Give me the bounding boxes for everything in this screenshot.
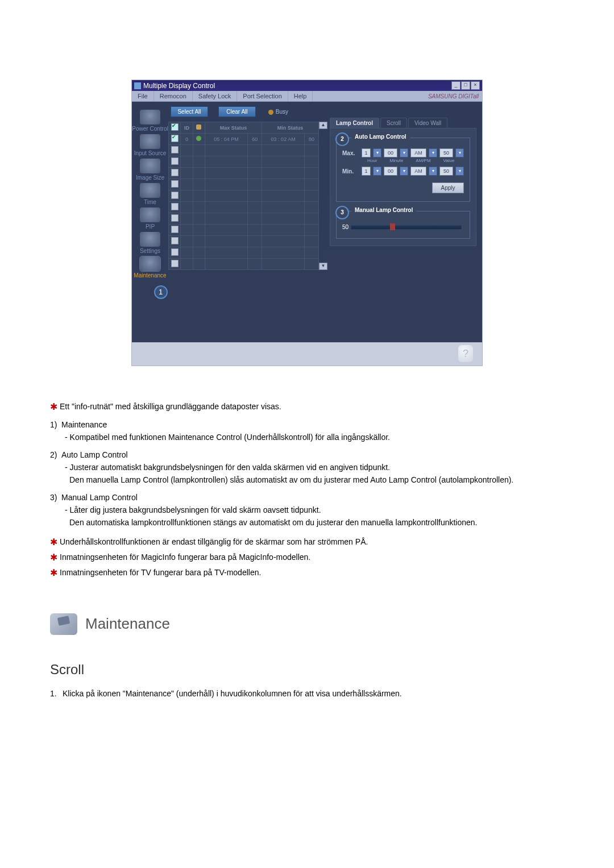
statusbar: ? bbox=[132, 342, 482, 366]
item-2-desc-a: - Justerar automatiskt bakgrundsbelysnin… bbox=[65, 462, 564, 473]
item-2-title: Auto Lamp Control bbox=[61, 450, 128, 459]
apply-button[interactable]: Apply bbox=[432, 182, 464, 193]
select-all-button[interactable]: Select All bbox=[171, 106, 208, 117]
max-minute-input[interactable]: 00 bbox=[384, 148, 397, 157]
cell-max-time: 05 : 04 PM bbox=[205, 134, 247, 145]
item-3-desc-b: Den automatiska lampkontrollfunktionen s… bbox=[69, 517, 564, 528]
document-body: ✱Ett "info-rutnät" med åtskilliga grundl… bbox=[50, 400, 564, 699]
row-checkbox[interactable] bbox=[171, 135, 179, 142]
bullet-star-icon: ✱ bbox=[50, 537, 57, 547]
scroll-subheader: Scroll bbox=[50, 660, 564, 680]
busy-indicator: Busy bbox=[268, 109, 288, 115]
menu-file[interactable]: File bbox=[132, 91, 154, 101]
manual-lamp-slider-row: 50 bbox=[342, 224, 464, 230]
table-row bbox=[169, 259, 319, 270]
max-value-input[interactable]: 50 bbox=[439, 148, 453, 157]
item-3-desc-a: - Låter dig justera bakgrundsbelysningen… bbox=[65, 504, 564, 516]
callout-2: 2 bbox=[335, 132, 349, 146]
cell-min-value: 80 bbox=[305, 134, 319, 145]
sidebar-item-maintenance[interactable]: Maintenance 1 bbox=[134, 256, 166, 279]
app-window: Multiple Display Control _ □ × File Remo… bbox=[131, 80, 483, 366]
dropdown-icon[interactable]: ▾ bbox=[455, 167, 464, 176]
table-row bbox=[169, 145, 319, 156]
app-icon bbox=[134, 82, 141, 89]
dropdown-icon[interactable]: ▾ bbox=[455, 148, 464, 157]
manual-lamp-title: Manual Lamp Control bbox=[351, 207, 416, 213]
sidebar: Power Control Input Source Image Size Ti… bbox=[132, 102, 168, 342]
dropdown-icon[interactable]: ▾ bbox=[373, 167, 381, 176]
tab-scroll[interactable]: Scroll bbox=[380, 118, 407, 128]
device-grid: ID Max Status Min Status 0 05 : 04 PM 60… bbox=[168, 122, 319, 270]
pip-icon bbox=[140, 207, 160, 222]
maintenance-icon bbox=[140, 256, 160, 271]
table-row bbox=[169, 156, 319, 168]
input-icon bbox=[140, 134, 160, 149]
table-row bbox=[169, 190, 319, 202]
table-row bbox=[169, 213, 319, 225]
min-ampm-select[interactable]: AM bbox=[410, 167, 426, 176]
min-minute-input[interactable]: 00 bbox=[384, 167, 397, 176]
clear-all-button[interactable]: Clear All bbox=[218, 106, 256, 117]
sidebar-item-input[interactable]: Input Source bbox=[134, 134, 167, 156]
cell-id: 0 bbox=[181, 134, 193, 145]
callout-1: 1 bbox=[154, 285, 168, 299]
auto-lamp-min-row: Min. 1 ▾ 00 ▾ AM ▾ 50 ▾ bbox=[342, 167, 464, 176]
auto-lamp-fieldset: 2 Auto Lamp Control Max. 1 ▾ 00 ▾ AM ▾ 5… bbox=[336, 138, 470, 202]
cell-min-time: 03 : 02 AM bbox=[262, 134, 305, 145]
min-label: Min. bbox=[342, 168, 359, 175]
settings-icon bbox=[140, 232, 160, 247]
min-value-input[interactable]: 50 bbox=[439, 167, 453, 176]
dropdown-icon[interactable]: ▾ bbox=[429, 148, 437, 157]
minimize-icon[interactable]: _ bbox=[451, 81, 460, 90]
table-row[interactable]: 0 05 : 04 PM 60 03 : 02 AM 80 bbox=[169, 134, 319, 145]
maintenance-section-title: Maintenance bbox=[85, 613, 170, 635]
dropdown-icon[interactable]: ▾ bbox=[400, 167, 408, 176]
table-row bbox=[169, 247, 319, 259]
manual-lamp-slider[interactable] bbox=[351, 225, 462, 230]
sidebar-item-settings[interactable]: Settings bbox=[140, 232, 160, 254]
slider-thumb[interactable] bbox=[390, 223, 395, 230]
col-status-icon bbox=[193, 122, 205, 134]
right-pane: Lamp Control Scroll Video Wall 2 Auto La… bbox=[326, 102, 482, 342]
sidebar-item-image[interactable]: Image Size bbox=[136, 159, 164, 181]
max-hour-input[interactable]: 1 bbox=[362, 148, 371, 157]
item-2-desc-b: Den manuella Lamp Control (lampkontrolle… bbox=[69, 474, 564, 485]
dropdown-icon[interactable]: ▾ bbox=[373, 148, 381, 157]
step-1: 1.Klicka på ikonen "Maintenance" (underh… bbox=[50, 688, 564, 699]
sidebar-item-power[interactable]: Power Control bbox=[132, 110, 168, 132]
manual-lamp-fieldset: 3 Manual Lamp Control 50 bbox=[336, 211, 470, 239]
menu-safety-lock[interactable]: Safety Lock bbox=[193, 91, 237, 101]
table-row bbox=[169, 179, 319, 190]
busy-icon bbox=[268, 110, 273, 115]
dropdown-icon[interactable]: ▾ bbox=[400, 148, 408, 157]
item-1-title: Maintenance bbox=[61, 420, 107, 429]
max-ampm-select[interactable]: AM bbox=[410, 148, 426, 157]
lamp-control-panel: 2 Auto Lamp Control Max. 1 ▾ 00 ▾ AM ▾ 5… bbox=[330, 128, 476, 246]
help-icon[interactable]: ? bbox=[458, 345, 473, 362]
tab-lamp-control[interactable]: Lamp Control bbox=[330, 118, 379, 128]
tab-video-wall[interactable]: Video Wall bbox=[408, 118, 447, 128]
status-dot-icon bbox=[196, 136, 201, 141]
close-icon[interactable]: × bbox=[471, 81, 480, 90]
item-3-title: Manual Lamp Control bbox=[61, 493, 138, 502]
max-label: Max. bbox=[342, 150, 359, 156]
table-row bbox=[169, 225, 319, 236]
sidebar-item-time[interactable]: Time bbox=[140, 183, 160, 205]
dropdown-icon[interactable]: ▾ bbox=[429, 167, 437, 176]
grid-scrollbar[interactable]: ▲ ▼ bbox=[319, 122, 326, 270]
col-check[interactable] bbox=[169, 122, 181, 134]
menu-help[interactable]: Help bbox=[288, 91, 313, 101]
menubar: File Remocon Safety Lock Port Selection … bbox=[132, 91, 482, 102]
auto-lamp-sublabels: HourMinuteAM/PMValue bbox=[367, 158, 464, 163]
menu-port-selection[interactable]: Port Selection bbox=[237, 91, 288, 101]
auto-lamp-max-row: Max. 1 ▾ 00 ▾ AM ▾ 50 ▾ bbox=[342, 148, 464, 157]
sidebar-item-pip[interactable]: PIP bbox=[140, 207, 160, 230]
menu-remocon[interactable]: Remocon bbox=[154, 91, 193, 101]
item-1-desc: - Kompatibel med funktionen Maintenance … bbox=[65, 431, 564, 443]
time-icon bbox=[140, 183, 160, 198]
callout-3: 3 bbox=[335, 206, 349, 219]
titlebar: Multiple Display Control _ □ × bbox=[132, 80, 482, 91]
maximize-icon[interactable]: □ bbox=[461, 81, 470, 90]
min-hour-input[interactable]: 1 bbox=[362, 167, 371, 176]
auto-lamp-title: Auto Lamp Control bbox=[351, 134, 410, 140]
